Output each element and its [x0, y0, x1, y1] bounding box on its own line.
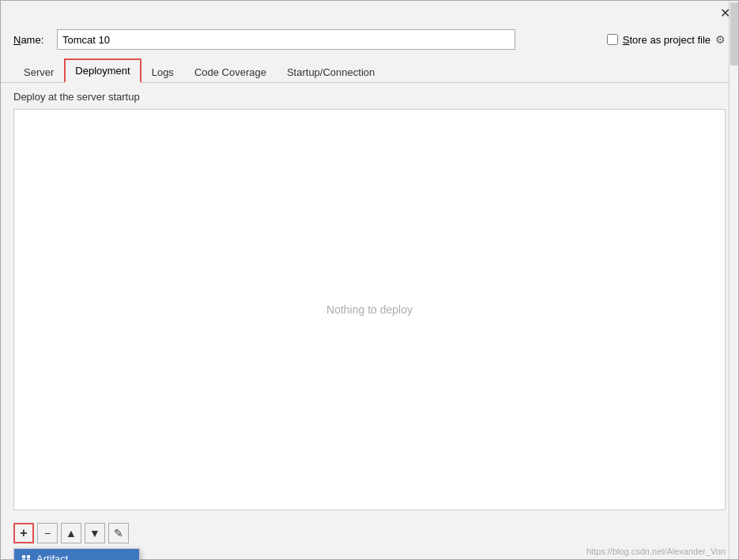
- edit-icon: ✎: [114, 527, 123, 539]
- deploy-section-label: Deploy at the server startup: [13, 91, 726, 103]
- name-label: Name:: [13, 34, 49, 46]
- title-bar: ✕: [1, 1, 738, 24]
- move-up-button[interactable]: ▲: [61, 523, 81, 543]
- up-icon: ▲: [66, 527, 77, 539]
- move-down-button[interactable]: ▼: [85, 523, 105, 543]
- watermark-text: https://blog.csdn.net/Alexander_Von: [586, 547, 726, 556]
- artifact-icon: [21, 554, 32, 561]
- dropdown-item-artifact[interactable]: Artifact...: [14, 549, 139, 560]
- tab-code-coverage[interactable]: Code Coverage: [184, 61, 277, 83]
- store-checkbox[interactable]: [607, 34, 618, 45]
- name-row: Name: Store as project file ⚙: [1, 24, 738, 58]
- toolbar-row: + Artifact... ≡ External Source...: [1, 518, 738, 543]
- dropdown-menu: Artifact... ≡ External Source...: [13, 548, 140, 560]
- tab-startup-connection[interactable]: Startup/Connection: [277, 61, 385, 83]
- plus-icon: +: [20, 526, 27, 540]
- tab-logs[interactable]: Logs: [141, 61, 184, 83]
- name-input[interactable]: [57, 29, 515, 50]
- store-row: Store as project file ⚙: [607, 33, 726, 46]
- gear-icon[interactable]: ⚙: [715, 33, 726, 46]
- dialog: ✕ Name: Store as project file ⚙ Server D…: [0, 0, 739, 560]
- scrollbar-thumb: [730, 2, 738, 66]
- scrollbar[interactable]: [729, 1, 738, 559]
- content-area: Deploy at the server startup Nothing to …: [1, 83, 738, 518]
- down-icon: ▼: [89, 527, 100, 539]
- remove-button[interactable]: −: [37, 523, 58, 543]
- store-label: Store as project file: [623, 34, 711, 46]
- deploy-panel: Nothing to deploy: [13, 109, 726, 510]
- tab-server[interactable]: Server: [13, 61, 64, 83]
- tabs-row: Server Deployment Logs Code Coverage Sta…: [1, 58, 738, 83]
- tab-deployment[interactable]: Deployment: [64, 58, 141, 83]
- artifact-label: Artifact...: [36, 553, 77, 560]
- edit-button[interactable]: ✎: [108, 523, 129, 543]
- add-button[interactable]: +: [13, 523, 34, 543]
- minus-icon: −: [44, 527, 51, 539]
- nothing-deploy-text: Nothing to deploy: [326, 303, 413, 316]
